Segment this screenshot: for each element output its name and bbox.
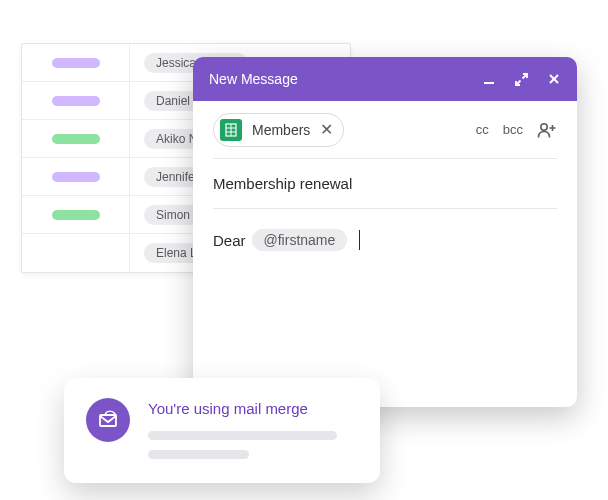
add-recipient-icon[interactable]	[537, 121, 557, 139]
status-pill	[52, 58, 100, 68]
body-text: Dear	[213, 232, 246, 249]
message-body[interactable]: Dear @firstname	[213, 209, 557, 271]
expand-icon[interactable]	[514, 72, 529, 87]
status-cell	[22, 44, 130, 81]
minimize-icon[interactable]	[482, 72, 496, 86]
recipients-row[interactable]: Members ✕ cc bcc	[213, 101, 557, 159]
status-pill	[52, 96, 100, 106]
status-cell	[22, 234, 130, 272]
status-cell	[22, 82, 130, 119]
merge-field-chip: @firstname	[252, 229, 348, 251]
mail-merge-icon	[86, 398, 130, 442]
status-pill	[52, 210, 100, 220]
svg-rect-10	[100, 415, 116, 426]
subject-text: Membership renewal	[213, 175, 352, 192]
close-icon[interactable]	[547, 72, 561, 86]
status-cell	[22, 158, 130, 195]
status-cell	[22, 196, 130, 233]
cc-link[interactable]: cc	[476, 122, 489, 137]
sheets-icon	[220, 119, 242, 141]
compose-title: New Message	[209, 71, 298, 87]
subject-input[interactable]: Membership renewal	[213, 159, 557, 209]
status-pill	[52, 172, 100, 182]
skeleton-line	[148, 431, 337, 440]
mail-merge-notice: You're using mail merge	[64, 378, 380, 483]
status-cell	[22, 120, 130, 157]
bcc-link[interactable]: bcc	[503, 122, 523, 137]
status-pill	[52, 134, 100, 144]
compose-window: New Message	[193, 57, 577, 407]
recipient-chip[interactable]: Members ✕	[213, 113, 344, 147]
compose-header: New Message	[193, 57, 577, 101]
text-caret	[359, 230, 360, 250]
svg-point-7	[541, 123, 547, 129]
skeleton-line	[148, 450, 249, 459]
remove-chip-icon[interactable]: ✕	[320, 122, 333, 138]
recipient-chip-label: Members	[252, 122, 310, 138]
notice-title: You're using mail merge	[148, 400, 358, 417]
